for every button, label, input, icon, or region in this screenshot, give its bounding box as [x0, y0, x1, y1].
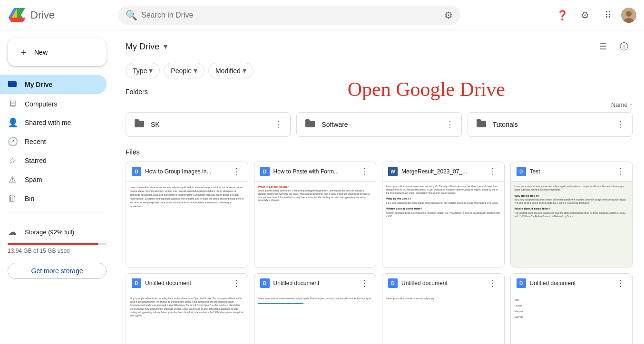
sort-label[interactable]: Name ↑: [611, 101, 633, 108]
info-icon[interactable]: ⓘ: [615, 38, 633, 55]
modified-filter[interactable]: Modified ▾: [208, 63, 254, 78]
header-right: ☰ ⓘ: [595, 38, 633, 55]
apps-icon[interactable]: ⠿: [598, 6, 617, 25]
file-more-0[interactable]: ⋮: [231, 166, 242, 177]
file-card-header-3: D Test ⋮: [511, 162, 633, 182]
folder-icon-sk: [134, 118, 145, 131]
file-card-0[interactable]: D How to Group Images in... ⋮ Lorem ipsu…: [126, 162, 248, 268]
file-more-4[interactable]: ⋮: [231, 277, 242, 289]
file-preview-text-6: Lorem ipsum dolor sit amet consectetur a…: [386, 297, 500, 300]
logo-area: Drive: [8, 6, 112, 25]
sidebar-item-computers-label: Computers: [25, 100, 57, 108]
file-title-row-4: D Untitled document: [132, 278, 231, 288]
type-filter-arrow: ▾: [149, 66, 153, 75]
file-card-header-0: D How to Group Images in... ⋮: [126, 162, 248, 182]
file-title-row-3: D Test: [517, 167, 615, 176]
type-filter[interactable]: Type ▾: [126, 63, 160, 78]
merge-heading-1: Why do we use it?: [386, 197, 500, 201]
drive-header: My Drive ▼ Open Google Drive ☰ ⓘ: [126, 38, 633, 55]
file-more-7[interactable]: ⋮: [615, 277, 626, 289]
shared-icon: 👤: [8, 117, 17, 128]
doc-icon-4: D: [132, 278, 141, 288]
sidebar-item-bin-label: Bin: [25, 195, 34, 202]
file-card-7[interactable]: D Untitled document ⋮ NeilLaVaeHarperCam…: [510, 273, 633, 344]
sidebar-divider: [8, 212, 107, 212]
file-title-4: Untitled document: [145, 280, 191, 287]
main-layout: ＋ New My Drive 🖥 Computers 👤 Shared with…: [0, 30, 644, 344]
file-more-1[interactable]: ⋮: [359, 166, 370, 177]
file-more-6[interactable]: ⋮: [487, 277, 498, 289]
file-title-row-6: D Untitled document: [388, 278, 487, 288]
folder-card-software[interactable]: Software ⋮: [296, 112, 461, 137]
computers-icon: 🖥: [8, 99, 17, 109]
file-card-header-5: D Untitled document ⋮: [254, 274, 376, 293]
file-title-3: Test: [530, 168, 540, 175]
folder-more-sk[interactable]: ⋮: [271, 117, 286, 132]
file-title-1: How to Paste with Form...: [273, 168, 339, 175]
file-preview-content-1: What is Lorem Ipsum? Lorem Ipsum is simp…: [258, 185, 372, 202]
new-button[interactable]: ＋ New: [8, 38, 107, 66]
drive-title[interactable]: My Drive ▼: [126, 42, 169, 52]
file-more-3[interactable]: ⋮: [615, 166, 626, 177]
folder-more-tutorials[interactable]: ⋮: [613, 117, 628, 132]
file-card-6[interactable]: D Untitled document ⋮ Lorem ipsum dolor …: [382, 273, 505, 344]
sidebar-item-spam[interactable]: ⚠ Spam: [0, 171, 107, 189]
folder-more-software[interactable]: ⋮: [442, 117, 458, 132]
folder-card-sk[interactable]: SK ⋮: [126, 112, 291, 137]
folder-name-sk: SK: [151, 121, 283, 128]
file-preview-6: Lorem ipsum dolor sit amet consectetur a…: [382, 293, 504, 344]
file-title-row-7: D Untitled document: [517, 278, 615, 288]
blue-underline-5: [258, 303, 304, 304]
file-card-5[interactable]: D Untitled document ⋮ Lorem ipsum dolor …: [254, 273, 377, 344]
avatar[interactable]: [621, 8, 636, 23]
folder-card-tutorials[interactable]: Tutorials ⋮: [468, 112, 633, 137]
file-card-3[interactable]: D Test ⋮ Lorem ipsum dolor sit amet, con…: [510, 162, 633, 268]
sidebar-item-my-drive-label: My Drive: [25, 81, 52, 88]
search-icon: 🔍: [126, 10, 137, 21]
file-preview-text-4: Why do people believe in this, including…: [130, 297, 244, 317]
file-title-row-1: D How to Paste with Form...: [260, 167, 359, 176]
doc-icon-6: D: [388, 278, 398, 288]
file-preview-0: Lorem ipsum dolor sit amet consectetur a…: [126, 182, 248, 267]
list-view-icon[interactable]: ☰: [595, 38, 612, 55]
file-card-1[interactable]: D How to Paste with Form... ⋮ What is Lo…: [254, 162, 377, 268]
bin-icon: 🗑: [8, 193, 17, 203]
content-area: My Drive ▼ Open Google Drive ☰ ⓘ Type ▾ …: [114, 30, 644, 344]
recent-icon: 🕐: [8, 136, 17, 147]
sidebar-item-my-drive[interactable]: My Drive: [0, 75, 107, 94]
people-filter[interactable]: People ▾: [164, 63, 205, 78]
search-input[interactable]: [141, 11, 440, 19]
sidebar-item-starred-label: Starred: [25, 157, 47, 164]
new-button-label: New: [34, 48, 48, 56]
file-more-5[interactable]: ⋮: [359, 277, 370, 289]
help-icon[interactable]: ❓: [553, 6, 572, 25]
settings-icon[interactable]: ⚙: [576, 6, 595, 25]
doc-icon-5: D: [260, 278, 270, 288]
get-more-storage-button[interactable]: Get more storage: [8, 263, 107, 279]
file-card-header-7: D Untitled document ⋮: [511, 274, 633, 293]
sidebar-item-computers[interactable]: 🖥 Computers: [0, 95, 107, 113]
file-card-4[interactable]: D Untitled document ⋮ Why do people beli…: [126, 273, 248, 344]
folders-grid: SK ⋮ Software ⋮ Tutorials ⋮: [126, 112, 633, 137]
file-preview-5: Lorem ipsum dolor sit amet consectetur a…: [254, 293, 376, 344]
sort-row: Name ↑: [126, 101, 633, 108]
file-more-2[interactable]: ⋮: [487, 166, 498, 177]
storage-bar-bg: [8, 243, 107, 245]
file-preview-text-0: Lorem ipsum dolor sit amet consectetur a…: [130, 185, 244, 208]
sidebar-item-bin[interactable]: 🗑 Bin: [0, 190, 107, 207]
file-card-2[interactable]: W MergeResult_2023_07_... ⋮ Lorem ipsum …: [382, 162, 505, 268]
file-title-row-2: W MergeResult_2023_07_...: [388, 167, 487, 176]
people-filter-label: People: [171, 67, 192, 75]
storage-bar-fill: [8, 243, 98, 245]
sidebar-item-starred[interactable]: ☆ Starred: [0, 152, 107, 170]
file-title-row-5: D Untitled document: [260, 278, 359, 288]
svg-rect-4: [8, 83, 17, 83]
sidebar-item-shared[interactable]: 👤 Shared with me: [0, 114, 107, 132]
folder-name-tutorials: Tutorials: [493, 121, 624, 128]
sidebar-item-recent[interactable]: 🕐 Recent: [0, 133, 107, 151]
file-title-6: Untitled document: [401, 280, 448, 287]
files-section-title: Files: [126, 148, 633, 156]
doc-icon-2: W: [388, 167, 398, 176]
file-preview-4: Why do people believe in this, including…: [126, 293, 248, 344]
tune-icon[interactable]: ⚙: [444, 10, 453, 21]
